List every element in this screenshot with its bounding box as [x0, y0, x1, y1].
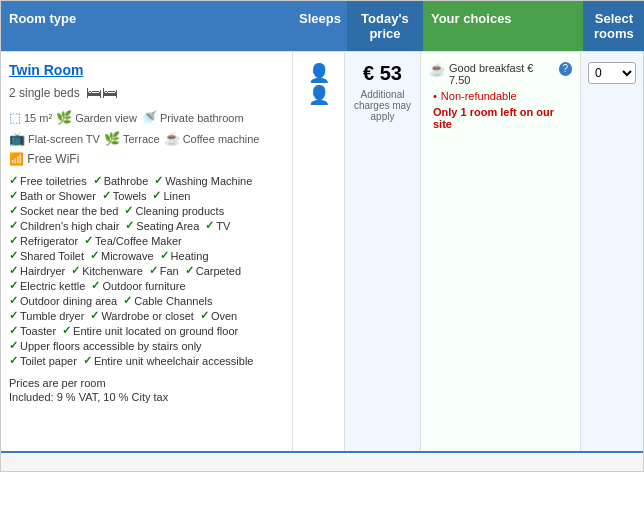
garden-label: Garden view: [75, 112, 137, 124]
urgent-text: Only 1 room left on our site: [433, 106, 572, 130]
feature-towels: ✓Towels: [102, 189, 147, 202]
feature-tumble-dryer: ✓Tumble dryer: [9, 309, 84, 322]
feature-toilet-paper: ✓Toilet paper: [9, 354, 77, 367]
feature-row-12: ✓Upper floors accessible by stairs only: [9, 339, 284, 352]
sleeps-icon: 👤👤: [308, 63, 330, 105]
header-room-type: Room type: [1, 1, 293, 51]
feature-fan: ✓Fan: [149, 264, 179, 277]
coffee-icon: ☕: [164, 131, 180, 146]
amenities-row1: ⬚ 15 m² 🌿 Garden view 🚿 Private bathroom: [9, 110, 284, 125]
bathroom-label: Private bathroom: [160, 112, 244, 124]
feature-free-toiletries: ✓Free toiletries: [9, 174, 87, 187]
feature-high-chair: ✓Children's high chair: [9, 219, 119, 232]
feature-row-10: ✓Tumble dryer ✓Wardrobe or closet ✓Oven: [9, 309, 284, 322]
feature-outdoor-dining: ✓Outdoor dining area: [9, 294, 117, 307]
features-list: ✓Free toiletries ✓Bathrobe ✓Washing Mach…: [9, 174, 284, 367]
header-choices: Your choices: [423, 1, 583, 51]
select-column: 0 1 2 3 4 5: [581, 52, 643, 451]
tv-icon: 📺: [9, 131, 25, 146]
non-refundable-block: Non-refundable Only 1 room left on our s…: [433, 90, 572, 130]
feature-bathrobe: ✓Bathrobe: [93, 174, 149, 187]
help-icon[interactable]: ?: [559, 62, 572, 76]
tv-label: Flat-screen TV: [28, 133, 100, 145]
price-footer: Prices are per room Included: 9 % VAT, 1…: [9, 377, 284, 403]
room-title[interactable]: Twin Room: [9, 62, 284, 78]
feature-heating: ✓Heating: [160, 249, 209, 262]
room-type-column: Twin Room 2 single beds 🛏🛏 ⬚ 15 m² 🌿 Gar…: [1, 52, 293, 451]
non-refundable-item: Non-refundable: [433, 90, 572, 102]
feature-tea-coffee: ✓Tea/Coffee Maker: [84, 234, 182, 247]
price-column: € 53 Additional charges may apply: [345, 52, 421, 451]
wifi-line: 📶 Free WiFi: [9, 152, 284, 166]
room-content-row: Twin Room 2 single beds 🛏🛏 ⬚ 15 m² 🌿 Gar…: [1, 51, 643, 451]
breakfast-choice: ☕ Good breakfast € 7.50 ?: [429, 62, 572, 86]
bed-icon: 🛏🛏: [86, 84, 118, 102]
feature-microwave: ✓Microwave: [90, 249, 154, 262]
feature-shared-toilet: ✓Shared Toilet: [9, 249, 84, 262]
amenities-row2: 📺 Flat-screen TV 🌿 Terrace ☕ Coffee mach…: [9, 131, 284, 146]
room-quantity-select[interactable]: 0 1 2 3 4 5: [588, 62, 636, 84]
feature-socket: ✓Socket near the bed: [9, 204, 118, 217]
feature-tv: ✓TV: [205, 219, 230, 232]
beds-info: 2 single beds 🛏🛏: [9, 84, 284, 102]
choices-column: ☕ Good breakfast € 7.50 ? Non-refundable…: [421, 52, 581, 451]
feature-outdoor-furniture: ✓Outdoor furniture: [91, 279, 185, 292]
garden-view-amenity: 🌿 Garden view: [56, 110, 137, 125]
wifi-icon: 📶: [9, 152, 24, 166]
feature-carpeted: ✓Carpeted: [185, 264, 241, 277]
feature-row-5: ✓Refrigerator ✓Tea/Coffee Maker: [9, 234, 284, 247]
garden-icon: 🌿: [56, 110, 72, 125]
header-select: Select rooms: [583, 1, 644, 51]
price-amount: € 53: [351, 62, 414, 85]
feature-row-13: ✓Toilet paper ✓Entire unit wheelchair ac…: [9, 354, 284, 367]
feature-row-11: ✓Toaster ✓Entire unit located on ground …: [9, 324, 284, 337]
private-bathroom-amenity: 🚿 Private bathroom: [141, 110, 244, 125]
bottom-bar: [1, 451, 643, 471]
terrace-amenity: 🌿 Terrace: [104, 131, 160, 146]
prices-per-room: Prices are per room: [9, 377, 284, 389]
area-icon: ⬚: [9, 110, 21, 125]
tv-amenity: 📺 Flat-screen TV: [9, 131, 100, 146]
feature-seating: ✓Seating Area: [125, 219, 199, 232]
non-refundable-label: Non-refundable: [441, 90, 517, 102]
feature-refrigerator: ✓Refrigerator: [9, 234, 78, 247]
feature-stairs: ✓Upper floors accessible by stairs only: [9, 339, 202, 352]
terrace-label: Terrace: [123, 133, 160, 145]
price-note: Additional charges may apply: [351, 89, 414, 122]
sleeps-column: 👤👤: [293, 52, 345, 451]
beds-description: 2 single beds: [9, 86, 80, 100]
feature-row-7: ✓Hairdryer ✓Kitchenware ✓Fan ✓Carpeted: [9, 264, 284, 277]
feature-kitchenware: ✓Kitchenware: [71, 264, 143, 277]
area-label: 15 m²: [24, 112, 52, 124]
tax-info: Included: 9 % VAT, 10 % City tax: [9, 391, 284, 403]
feature-row-2: ✓Bath or Shower ✓Towels ✓Linen: [9, 189, 284, 202]
feature-cable: ✓Cable Channels: [123, 294, 212, 307]
feature-bath-shower: ✓Bath or Shower: [9, 189, 96, 202]
area-amenity: ⬚ 15 m²: [9, 110, 52, 125]
feature-oven: ✓Oven: [200, 309, 237, 322]
feature-kettle: ✓Electric kettle: [9, 279, 85, 292]
feature-linen: ✓Linen: [152, 189, 190, 202]
feature-washing-machine: ✓Washing Machine: [154, 174, 252, 187]
feature-row-6: ✓Shared Toilet ✓Microwave ✓Heating: [9, 249, 284, 262]
feature-row-3: ✓Socket near the bed ✓Cleaning products: [9, 204, 284, 217]
feature-wardrobe: ✓Wardrobe or closet: [90, 309, 194, 322]
feature-wheelchair: ✓Entire unit wheelchair accessible: [83, 354, 254, 367]
feature-row-4: ✓Children's high chair ✓Seating Area ✓TV: [9, 219, 284, 232]
table-header: Room type Sleeps Today's price Your choi…: [1, 1, 643, 51]
feature-hairdryer: ✓Hairdryer: [9, 264, 65, 277]
terrace-icon: 🌿: [104, 131, 120, 146]
coffee-amenity: ☕ Coffee machine: [164, 131, 260, 146]
feature-toaster: ✓Toaster: [9, 324, 56, 337]
feature-ground-floor: ✓Entire unit located on ground floor: [62, 324, 238, 337]
breakfast-label: Good breakfast € 7.50: [449, 62, 553, 86]
wifi-label: Free WiFi: [27, 152, 79, 166]
coffee-label: Coffee machine: [183, 133, 260, 145]
feature-row-9: ✓Outdoor dining area ✓Cable Channels: [9, 294, 284, 307]
feature-row-8: ✓Electric kettle ✓Outdoor furniture: [9, 279, 284, 292]
bathroom-icon: 🚿: [141, 110, 157, 125]
hotel-room-table: Room type Sleeps Today's price Your choi…: [0, 0, 644, 472]
feature-cleaning: ✓Cleaning products: [124, 204, 224, 217]
breakfast-icon: ☕: [429, 62, 445, 77]
feature-row-1: ✓Free toiletries ✓Bathrobe ✓Washing Mach…: [9, 174, 284, 187]
